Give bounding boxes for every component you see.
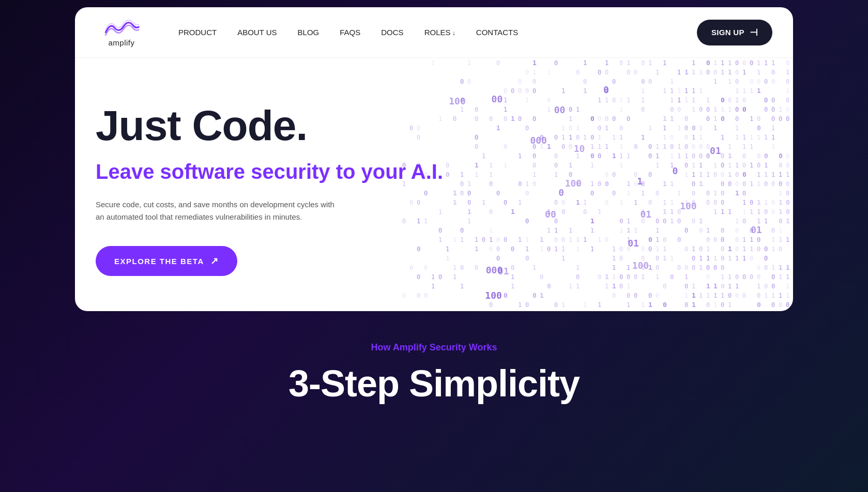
explore-beta-button[interactable]: EXPLORE THE BETA ↗ [96,246,237,276]
signup-button[interactable]: SIGN UP ⊣ [697,20,772,45]
arrow-icon: ↗ [210,255,219,267]
nav-link-about[interactable]: ABOUT US [237,28,277,37]
logo-icon [103,18,140,37]
how-label: How Amplify Security Works [21,342,847,353]
nav-link-product[interactable]: PRODUCT [178,28,217,37]
nav-links: PRODUCT ABOUT US BLOG FAQS DOCS ROLES CO… [178,28,697,37]
hero-text: Just Code. Leave software security to yo… [96,89,468,280]
nav-link-contacts[interactable]: CONTACTS [476,28,518,37]
logo-text: amplify [108,38,134,47]
logo[interactable]: amplify [96,18,147,47]
signup-label: SIGN UP [711,28,744,37]
hero-card: amplify PRODUCT ABOUT US BLOG FAQS DOCS … [75,7,793,311]
hero-description: Secure code, cut costs, and save months … [96,198,344,223]
hero-body: Just Code. Leave software security to yo… [75,58,793,311]
nav-link-roles[interactable]: ROLES [424,28,455,37]
signin-icon: ⊣ [750,27,758,38]
nav-link-faqs[interactable]: FAQS [340,28,360,37]
explore-label: EXPLORE THE BETA [114,257,204,266]
bottom-section: How Amplify Security Works 3-Step Simpli… [0,311,868,425]
step-title: 3-Step Simplicity [21,362,847,405]
nav-link-docs[interactable]: DOCS [381,28,403,37]
navbar: amplify PRODUCT ABOUT US BLOG FAQS DOCS … [75,7,793,58]
nav-link-blog[interactable]: BLOG [298,28,319,37]
hero-subtitle: Leave software security to your A.I. [96,159,468,184]
hero-title: Just Code. [96,104,468,147]
